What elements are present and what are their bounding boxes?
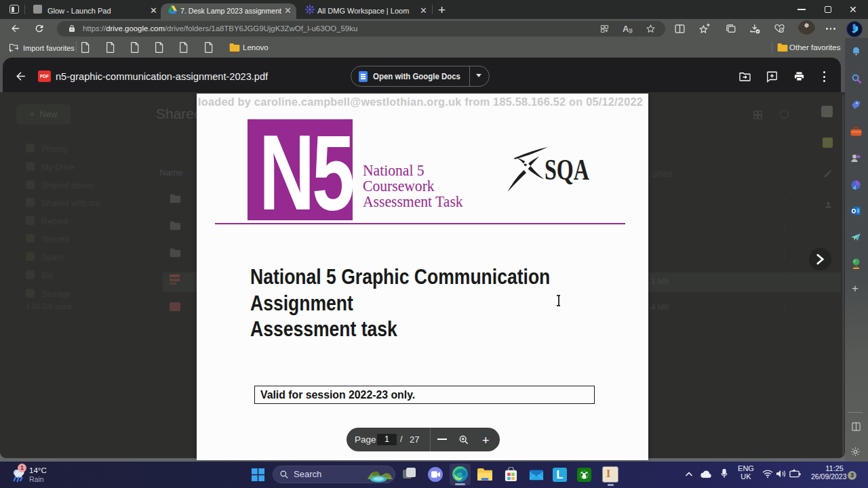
svg-text:SQA: SQA — [545, 153, 589, 186]
